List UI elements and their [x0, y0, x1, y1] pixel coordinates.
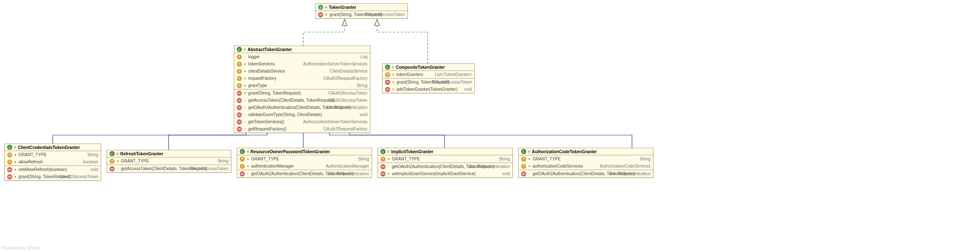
member-type: void: [360, 111, 367, 118]
method-icon: m: [380, 171, 386, 176]
abstract-marker-icon: n: [116, 152, 119, 156]
visibility-lock-icon: ●: [13, 175, 17, 179]
abstract-marker-icon: n: [14, 145, 16, 149]
field-icon: f: [7, 160, 12, 165]
method-row: m○getAccessToken(ClientDetails, TokenReq…: [234, 97, 370, 104]
class-header: C n ClientCredentialsTokenGranter: [5, 144, 101, 151]
field-icon: f: [521, 157, 526, 162]
fields-section: f○loggerLogf●tokenServicesAuthorizationS…: [234, 53, 370, 89]
methods-section: m○getOAuth2Authentication(ClientDetails,…: [378, 163, 512, 177]
class-name: AbstractTokenGranter: [248, 47, 292, 52]
abstract-marker-icon: n: [528, 149, 530, 154]
visibility-open-icon: ○: [243, 127, 247, 131]
class-header: C n CompositeTokenGranter: [383, 64, 474, 71]
member-type: AuthorizationServerTokenServices: [303, 61, 367, 67]
member-type: String: [87, 152, 98, 158]
member-type: Log: [360, 54, 367, 60]
class-header: C n AbstractTokenGranter: [234, 46, 370, 53]
fields-section: f●GRANT_TYPEStringf●authenticationManage…: [237, 155, 372, 170]
class-icon: C: [521, 149, 526, 154]
class-authorization-code-token-granter[interactable]: C n AuthorizationCodeTokenGranter f●GRAN…: [518, 148, 653, 178]
visibility-lock-icon: ●: [243, 62, 247, 66]
method-row: m●grant(String, TokenRequest)OAuth2Acces…: [5, 173, 101, 180]
field-row: f●tokenServicesAuthorizationServerTokenS…: [234, 60, 370, 68]
member-type: String: [640, 156, 651, 162]
visibility-lock-icon: ●: [246, 164, 250, 168]
class-refresh-token-granter[interactable]: C n RefreshTokenGranter f●GRANT_TYPEStri…: [107, 150, 231, 173]
field-row: f●GRANT_TYPEString: [237, 155, 372, 163]
method-row: m○validateGrantType(String, ClientDetail…: [234, 111, 370, 118]
method-row: m●grant(String, TokenRequest)OAuth2Acces…: [316, 11, 407, 18]
method-icon: m: [110, 166, 115, 171]
class-icon: C: [237, 47, 242, 52]
visibility-lock-icon: ●: [243, 69, 247, 73]
member-type: OAuth2AccessToken: [433, 79, 472, 85]
visibility-lock-icon: ●: [387, 172, 391, 176]
abstract-marker-icon: n: [244, 47, 246, 51]
field-icon: f: [237, 76, 242, 81]
abstract-marker-icon: n: [325, 5, 327, 9]
member-name: clientDetailsService: [248, 68, 285, 74]
class-header: C n AuthorizationCodeTokenGranter: [519, 148, 653, 155]
member-type: OAuth2AccessToken: [366, 11, 405, 18]
abstract-marker-icon: n: [392, 65, 394, 69]
class-token-granter[interactable]: I n TokenGranter m●grant(String, TokenRe…: [315, 3, 408, 19]
methods-section: m○getOAuth2Authentication(ClientDetails,…: [519, 170, 653, 177]
field-row: f●GRANT_TYPEString: [107, 157, 231, 165]
member-type: String: [217, 158, 228, 164]
method-row: m●setImplicitGrantService(ImplicitGrantS…: [378, 170, 512, 177]
member-name: getAccessToken(ClientDetails, TokenReque…: [248, 97, 335, 103]
class-icon: C: [7, 145, 12, 150]
fields-section: f●GRANT_TYPEString: [378, 155, 512, 163]
method-icon: m: [237, 98, 242, 103]
member-name: setImplicitGrantService(ImplicitGrantSer…: [392, 171, 476, 177]
methods-section: m●grant(String, TokenRequest)OAuth2Acces…: [383, 79, 474, 93]
field-row: f●requestFactoryOAuth2RequestFactory: [234, 75, 370, 82]
member-name: authenticationManager: [251, 163, 294, 169]
member-type: OAuth2RequestFactory: [324, 75, 368, 81]
member-type: void: [91, 166, 98, 173]
member-name: tokenGranters: [396, 71, 423, 78]
member-name: tokenServices: [248, 61, 275, 67]
member-name: grantType: [248, 82, 267, 89]
method-icon: m: [521, 171, 526, 176]
method-icon: m: [7, 174, 12, 179]
visibility-open-icon: ○: [243, 106, 247, 109]
visibility-lock-icon: ●: [527, 157, 531, 161]
field-row: f●grantTypeString: [234, 82, 370, 89]
visibility-open-icon: ○: [387, 165, 391, 168]
method-icon: m: [318, 12, 323, 17]
class-composite-token-granter[interactable]: C n CompositeTokenGranter f●tokenGranter…: [382, 63, 475, 93]
member-name: setAllowRefresh(boolean): [19, 166, 67, 173]
field-icon: f: [240, 164, 245, 169]
methods-section: m●grant(String, TokenRequest)OAuth2Acces…: [234, 89, 370, 133]
member-type: AuthenticationManager: [326, 163, 369, 169]
member-type: OAuth2RequestFactory: [324, 126, 368, 132]
method-icon: m: [237, 105, 242, 110]
fields-section: f●GRANT_TYPEString: [107, 157, 231, 165]
class-client-credentials-token-granter[interactable]: C n ClientCredentialsTokenGranter f●GRAN…: [4, 144, 101, 181]
method-row: m●addTokenGranter(TokenGranter)void: [383, 86, 474, 93]
member-type: OAuth2Authentication: [610, 171, 651, 177]
field-row: f●tokenGrantersList<TokenGranter>: [383, 71, 474, 78]
visibility-lock-icon: ●: [527, 164, 531, 168]
visibility-lock-icon: ●: [116, 159, 120, 163]
field-icon: f: [385, 72, 390, 77]
method-row: m○getOAuth2Authentication(ClientDetails,…: [237, 170, 372, 177]
member-type: AuthorizationCodeServices: [600, 163, 651, 169]
method-row: m●grant(String, TokenRequest)OAuth2Acces…: [383, 79, 474, 86]
class-implicit-token-granter[interactable]: C n ImplicitTokenGranter f●GRANT_TYPEStr…: [378, 148, 513, 178]
visibility-open-icon: ○: [116, 167, 120, 171]
method-row: m○getAccessToken(ClientDetails, TokenReq…: [107, 165, 231, 172]
member-name: logger: [248, 54, 260, 60]
method-icon: m: [237, 91, 242, 96]
class-resource-owner-password-token-granter[interactable]: C n ResourceOwnerPasswordTokenGranter f●…: [237, 148, 372, 178]
class-abstract-token-granter[interactable]: C n AbstractTokenGranter f○loggerLogf●to…: [234, 46, 370, 133]
visibility-lock-icon: ●: [387, 157, 391, 161]
interface-icon: I: [318, 5, 323, 10]
field-row: f●GRANT_TYPEString: [378, 155, 512, 163]
fields-section: f●tokenGrantersList<TokenGranter>: [383, 71, 474, 79]
member-type: void: [464, 86, 472, 92]
visibility-lock-icon: ●: [391, 80, 395, 84]
class-header: I n TokenGranter: [316, 4, 407, 11]
